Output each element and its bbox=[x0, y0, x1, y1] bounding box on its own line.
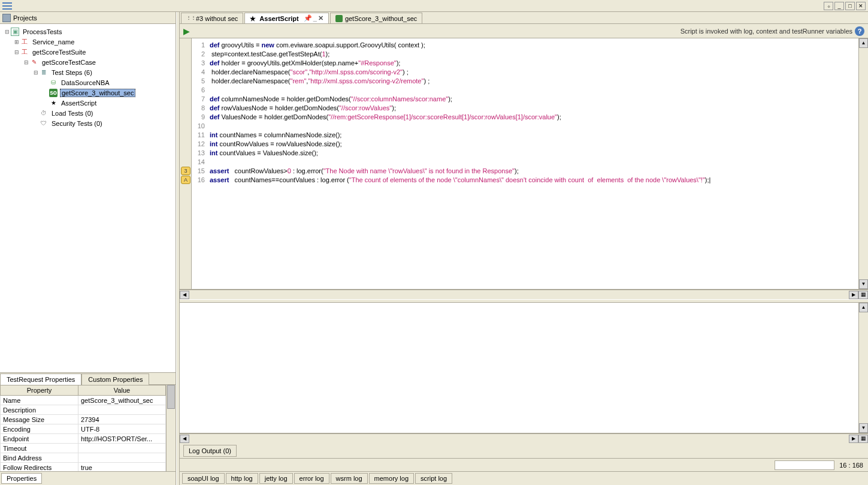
expander-icon[interactable]: ⊟ bbox=[4, 29, 11, 35]
scroll-down-icon[interactable]: ▼ bbox=[859, 279, 868, 289]
prop-scrollbar[interactable] bbox=[166, 385, 176, 471]
table-row[interactable]: Timeout bbox=[1, 444, 166, 453]
goto-input[interactable] bbox=[775, 460, 834, 470]
tree-node[interactable]: ⊞工Service_name bbox=[1, 37, 174, 47]
tree-label[interactable]: Service_name bbox=[31, 38, 75, 46]
prop-name[interactable]: Encoding bbox=[1, 424, 78, 434]
tree-node[interactable]: ★AssertScript bbox=[1, 98, 174, 108]
editor-vscroll[interactable]: ▲ ▼ bbox=[858, 38, 868, 289]
tree-label[interactable]: Load Tests (0) bbox=[50, 110, 95, 117]
tree-node[interactable]: ⊟工getScoreTestSuite bbox=[1, 47, 174, 57]
expander-icon[interactable]: ⊟ bbox=[13, 49, 20, 55]
expander-icon[interactable]: ⊟ bbox=[32, 70, 40, 76]
log-hscroll[interactable]: ◀ ▶ ▦ bbox=[180, 433, 868, 443]
corner-button[interactable]: ▦ bbox=[858, 291, 868, 299]
breakpoint-badge[interactable]: A bbox=[181, 176, 190, 184]
log-tab[interactable]: script log bbox=[415, 473, 452, 484]
table-row[interactable]: Message Size27394 bbox=[1, 415, 166, 424]
properties-tab[interactable]: Properties bbox=[1, 473, 42, 484]
corner-button[interactable]: ▦ bbox=[858, 435, 868, 443]
tree-node[interactable]: 🛡Security Tests (0) bbox=[1, 118, 174, 128]
property-table[interactable]: PropertyValueNamegetScore_3_without_secD… bbox=[0, 385, 166, 472]
help-icon[interactable]: ? bbox=[855, 26, 864, 36]
tab-custom-properties[interactable]: Custom Properties bbox=[81, 373, 149, 385]
tree-node[interactable]: ⛁DataSourceNBA bbox=[1, 77, 174, 88]
prop-name[interactable]: Description bbox=[1, 405, 78, 415]
scroll-left-icon[interactable]: ◀ bbox=[180, 435, 189, 443]
prop-name[interactable]: Bind Address bbox=[1, 453, 78, 463]
tab-testrequest-properties[interactable]: TestRequest Properties bbox=[0, 373, 81, 385]
code-area[interactable]: def groovyUtils = new com.eviware.soapui… bbox=[207, 38, 858, 289]
scroll-left-icon[interactable]: ◀ bbox=[180, 291, 189, 299]
scroll-up-icon[interactable]: ▲ bbox=[859, 38, 868, 48]
tree-node[interactable]: ⊟≣Test Steps (6) bbox=[1, 67, 174, 77]
scroll-right-icon[interactable]: ▶ bbox=[849, 435, 858, 443]
tree-node[interactable]: ⊟✎getScoreTestCase bbox=[1, 57, 174, 67]
proj-icon: ▣ bbox=[11, 28, 19, 36]
expander-icon[interactable]: ⊞ bbox=[13, 39, 20, 45]
table-row[interactable]: EncodingUTF-8 bbox=[1, 424, 166, 434]
tree-node[interactable]: sogetScore_3_without_sec bbox=[1, 88, 174, 98]
prop-value[interactable] bbox=[78, 453, 166, 463]
editor-tab[interactable]: ⋮⋮#3 without sec bbox=[181, 13, 243, 23]
prop-value[interactable] bbox=[78, 444, 166, 453]
log-tab[interactable]: wsrm log bbox=[331, 473, 368, 484]
editor-panel: ⋮⋮#3 without sec★AssertScript📌_✕getScore… bbox=[180, 12, 868, 485]
prop-name[interactable]: Name bbox=[1, 396, 78, 405]
log-tab[interactable]: soapUI log bbox=[182, 473, 225, 484]
suite-icon: 工 bbox=[20, 38, 29, 46]
maximize-button[interactable]: □ bbox=[845, 2, 855, 10]
table-row[interactable]: Description bbox=[1, 405, 166, 415]
code-editor[interactable]: 3A 12345678910111213141516 def groovyUti… bbox=[180, 38, 868, 290]
tree-label[interactable]: getScoreTestSuite bbox=[31, 49, 87, 56]
log-tab[interactable]: jetty log bbox=[259, 473, 293, 484]
tree-label[interactable]: ProcessTests bbox=[22, 28, 63, 35]
log-tab[interactable]: error log bbox=[294, 473, 329, 484]
breakpoint-gutter[interactable]: 3A bbox=[180, 38, 192, 289]
scroll-right-icon[interactable]: ▶ bbox=[849, 291, 858, 299]
column-header[interactable]: Value bbox=[78, 385, 166, 396]
expander-icon[interactable]: ⊟ bbox=[23, 59, 30, 65]
tree-label[interactable]: getScoreTestCase bbox=[41, 59, 97, 66]
tree-label[interactable]: Test Steps (6) bbox=[50, 69, 93, 76]
prop-value[interactable] bbox=[78, 405, 166, 415]
close-icon[interactable]: ✕ bbox=[318, 14, 323, 22]
column-header[interactable]: Property bbox=[1, 385, 78, 396]
log-content[interactable] bbox=[180, 303, 858, 433]
breakpoint-badge[interactable]: 3 bbox=[181, 167, 190, 175]
prop-name[interactable]: Message Size bbox=[1, 415, 78, 424]
prop-name[interactable]: Timeout bbox=[1, 444, 78, 453]
close-button[interactable]: ✕ bbox=[856, 2, 866, 10]
menu-icon[interactable] bbox=[2, 2, 12, 10]
project-tree[interactable]: ⊟▣ProcessTests⊞工Service_name⊟工getScoreTe… bbox=[0, 24, 176, 372]
table-row[interactable]: NamegetScore_3_without_sec bbox=[1, 396, 166, 405]
run-button[interactable]: ▶ bbox=[183, 26, 190, 36]
editor-hscroll[interactable]: ◀ ▶ ▦ bbox=[180, 290, 868, 299]
tree-label[interactable]: Security Tests (0) bbox=[50, 120, 104, 127]
minimize-button[interactable]: _ bbox=[834, 2, 844, 10]
table-row[interactable]: Bind Address bbox=[1, 453, 166, 463]
tree-label[interactable]: AssertScript bbox=[60, 100, 98, 107]
min-icon[interactable]: _ bbox=[313, 14, 317, 22]
table-row[interactable]: Endpointhttp://HOST:PORT/Ser... bbox=[1, 434, 166, 444]
pin-icon[interactable]: 📌 bbox=[304, 14, 312, 22]
editor-tab[interactable]: ★AssertScript📌_✕ bbox=[244, 13, 329, 23]
scroll-down-icon[interactable]: ▼ bbox=[859, 423, 868, 433]
prop-value[interactable]: 27394 bbox=[78, 415, 166, 424]
scroll-up-icon[interactable]: ▲ bbox=[859, 303, 868, 312]
prop-name[interactable]: Endpoint bbox=[1, 434, 78, 444]
log-tab[interactable]: http log bbox=[226, 473, 258, 484]
prop-value[interactable]: getScore_3_without_sec bbox=[78, 396, 166, 405]
tree-node[interactable]: ⏱Load Tests (0) bbox=[1, 108, 174, 118]
log-vscroll[interactable]: ▲ ▼ bbox=[858, 303, 868, 433]
editor-tab[interactable]: getScore_3_without_sec bbox=[330, 13, 422, 23]
tree-node[interactable]: ⊟▣ProcessTests bbox=[1, 26, 174, 37]
restore-button[interactable]: ⬦ bbox=[824, 2, 833, 10]
log-output-button[interactable]: Log Output (0) bbox=[183, 445, 237, 457]
tab-label: getScore_3_without_sec bbox=[345, 15, 417, 22]
prop-value[interactable]: http://HOST:PORT/Ser... bbox=[78, 434, 166, 444]
log-tab[interactable]: memory log bbox=[369, 473, 414, 484]
tree-label[interactable]: getScore_3_without_sec bbox=[60, 89, 135, 97]
tree-label[interactable]: DataSourceNBA bbox=[60, 79, 111, 86]
prop-value[interactable]: UTF-8 bbox=[78, 424, 166, 434]
